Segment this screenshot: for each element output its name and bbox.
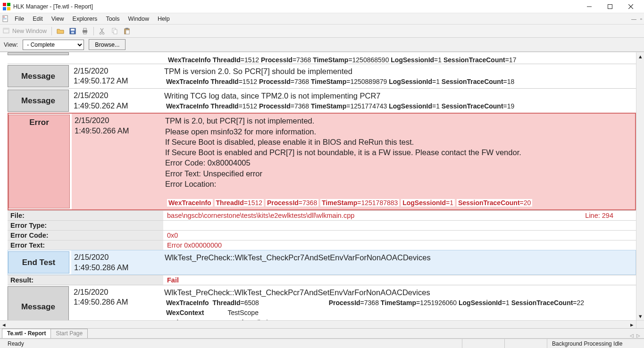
row-trace: WexContextTestScope	[164, 308, 632, 317]
kv-label: File:	[8, 211, 163, 220]
row-badge-endtest: End Test	[8, 251, 69, 273]
svg-rect-0	[3, 3, 6, 6]
svg-rect-9	[3, 17, 5, 17]
svg-rect-25	[125, 28, 128, 29]
window-title: HLK Manager - [Te.wtl - Report]	[13, 3, 93, 10]
status-slot	[462, 339, 504, 348]
tab-report[interactable]: Te.wtl - Report	[2, 329, 51, 338]
view-select[interactable]: - Complete	[23, 40, 84, 50]
status-ready: Ready	[3, 339, 462, 348]
mdi-restore-icon[interactable]: ▫	[640, 16, 642, 22]
row-badge-message: Message	[8, 286, 69, 320]
tab-nav-left-icon[interactable]: ◁	[630, 333, 634, 338]
new-window-button[interactable]: New Window	[3, 27, 47, 35]
menu-view[interactable]: View	[47, 13, 68, 24]
row-timestamp: 2/15/20201:49:50.262 AM	[71, 89, 160, 113]
tab-start-page[interactable]: Start Page	[50, 329, 88, 338]
paste-icon[interactable]	[122, 26, 132, 36]
kv-value: Error 0x00000000	[163, 240, 636, 250]
status-slot	[504, 339, 547, 348]
kv-label: Error Type:	[8, 221, 163, 230]
scroll-left-icon[interactable]: ◂	[0, 321, 8, 329]
svg-rect-5	[608, 4, 612, 8]
scroll-up-icon[interactable]: ▴	[636, 52, 644, 60]
scroll-corner	[636, 320, 644, 328]
kv-result: Result: Fail	[8, 275, 636, 285]
menu-window[interactable]: Window	[124, 13, 153, 24]
svg-rect-11	[3, 19, 7, 19]
row-timestamp: 2/15/20201:49:50.266 AM	[72, 114, 161, 209]
log-row-message: Message 2/15/20201:49:50.286 AM WlkTest_…	[8, 285, 636, 320]
svg-rect-3	[7, 7, 10, 10]
kv-error-code: Error Code: 0x0	[8, 230, 636, 240]
row-body: WlkTest_PreCheck::WlkTest_CheckPcr7AndSe…	[161, 250, 636, 274]
row-timestamp: 2/15/20201:49:50.286 AM	[71, 250, 161, 274]
row-body: Writing TCG log data, since TPM2.0 is no…	[160, 89, 636, 113]
row-trace: WexTraceInfo ThreadId=6508 ProcessId=736…	[164, 298, 632, 307]
kv-error-type: Error Type:	[8, 220, 636, 230]
row-trace: WexTraceInfo ThreadId=1512 ProcessId=736…	[164, 102, 632, 111]
svg-line-7	[628, 4, 633, 9]
kv-value: 0x0	[163, 231, 636, 240]
separator	[93, 27, 94, 35]
status-bar: Ready Background Processing Idle	[0, 339, 644, 348]
open-icon[interactable]	[56, 26, 65, 36]
svg-rect-17	[83, 30, 87, 33]
kv-label: Error Text:	[8, 240, 163, 250]
row-badge-message: Message	[8, 65, 69, 87]
svg-rect-10	[3, 18, 7, 18]
menu-help[interactable]: Help	[153, 13, 174, 24]
mdi-minimize-icon[interactable]: —	[631, 16, 636, 22]
mdi-controls: — ▫	[631, 13, 644, 24]
row-badge-error: Error	[8, 115, 70, 208]
view-bar: View: - Complete Browse...	[0, 38, 644, 52]
copy-icon[interactable]	[110, 26, 119, 36]
row-body: WlkTest_PreCheck::WlkTest_CheckPcr7AndSe…	[160, 285, 636, 320]
document-icon	[1, 13, 10, 24]
svg-rect-2	[3, 7, 6, 10]
maximize-button[interactable]	[600, 0, 620, 13]
print-icon[interactable]	[80, 26, 90, 36]
menu-bar: File Edit View Explorers Tools Window He…	[0, 13, 644, 25]
svg-line-6	[628, 4, 633, 9]
document-tabs: Te.wtl - Report Start Page ◁ ▷	[0, 328, 644, 339]
svg-rect-19	[84, 33, 86, 34]
separator	[51, 27, 52, 35]
svg-rect-13	[3, 28, 9, 30]
app-icon	[3, 3, 10, 10]
close-button[interactable]	[620, 0, 641, 13]
save-icon[interactable]	[68, 26, 77, 36]
browse-button[interactable]: Browse...	[89, 39, 125, 50]
cut-icon[interactable]	[98, 26, 107, 36]
menu-tools[interactable]: Tools	[101, 13, 124, 24]
toolbar: New Window	[0, 25, 644, 38]
report-area: WexTraceInfo ThreadId=1512 ProcessId=736…	[0, 52, 644, 328]
row-trace: WexTraceInfo ThreadId=1512 ProcessId=736…	[164, 77, 632, 86]
menu-edit[interactable]: Edit	[28, 13, 47, 24]
svg-rect-18	[84, 28, 86, 30]
svg-rect-16	[71, 32, 74, 33]
row-body: TPM is version 2.0. So PCR[7] should be …	[160, 64, 636, 88]
kv-value	[163, 221, 636, 230]
horizontal-scrollbar[interactable]: ◂ ▸	[0, 320, 636, 328]
kv-label: Result:	[8, 275, 163, 285]
svg-rect-15	[71, 29, 75, 31]
scroll-down-icon[interactable]: ▾	[636, 312, 644, 320]
title-bar: HLK Manager - [Te.wtl - Report]	[0, 0, 644, 13]
row-timestamp: 2/15/20201:49:50.172 AM	[71, 64, 160, 88]
log-row-message: Message 2/15/20201:49:50.172 AM TPM is v…	[8, 64, 636, 88]
partial-row-top	[8, 52, 636, 56]
kv-value: Fail	[163, 275, 636, 285]
row-trace-error: WexTraceInfo ThreadId=1512 ProcessId=736…	[165, 199, 631, 207]
menu-file[interactable]: File	[10, 13, 28, 24]
vertical-scrollbar[interactable]: ▴ ▾	[636, 52, 644, 320]
partial-trace-top: WexTraceInfo ThreadId=1512 ProcessId=736…	[8, 56, 636, 64]
scroll-right-icon[interactable]: ▸	[628, 321, 636, 329]
tab-nav-right-icon[interactable]: ▷	[636, 333, 640, 338]
svg-rect-26	[126, 30, 129, 34]
kv-label: Error Code:	[8, 231, 163, 240]
minimize-button[interactable]	[579, 0, 600, 13]
row-timestamp: 2/15/20201:49:50.286 AM	[71, 285, 160, 320]
menu-explorers[interactable]: Explorers	[68, 13, 102, 24]
log-row-endtest: End Test 2/15/20201:49:50.286 AM WlkTest…	[8, 250, 636, 275]
